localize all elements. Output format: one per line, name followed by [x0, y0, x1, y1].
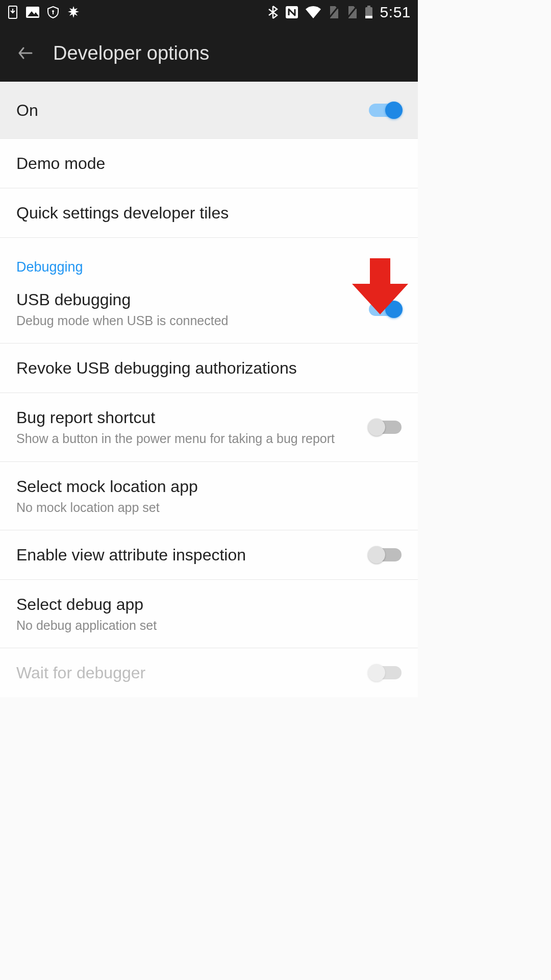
usb-debugging-row[interactable]: USB debugging Debug mode when USB is con…: [0, 275, 418, 344]
wait-for-debugger-switch: [369, 664, 402, 682]
svg-rect-10: [365, 16, 372, 18]
row-label: Demo mode: [16, 153, 402, 174]
svg-rect-8: [367, 6, 370, 7]
svg-point-3: [52, 10, 54, 12]
select-mock-location-row[interactable]: Select mock location app No mock locatio…: [0, 462, 418, 530]
app-bar: Developer options: [0, 24, 418, 82]
row-subtitle: No debug application set: [16, 618, 402, 633]
row-label: Quick settings developer tiles: [16, 203, 402, 223]
no-sim-icon-2: [346, 6, 358, 19]
row-label: Enable view attribute inspection: [16, 545, 369, 565]
image-notification-icon: [26, 6, 40, 18]
section-header-debugging: Debugging: [0, 238, 418, 275]
row-label: Bug report shortcut: [16, 407, 369, 428]
demo-mode-row[interactable]: Demo mode: [0, 139, 418, 188]
row-label: USB debugging: [16, 289, 369, 310]
row-subtitle: Debug mode when USB is connected: [16, 313, 369, 329]
status-bar-clock: 5:51: [380, 4, 411, 21]
quick-settings-tiles-row[interactable]: Quick settings developer tiles: [0, 188, 418, 238]
usb-debugging-switch[interactable]: [369, 300, 402, 318]
row-label: Select debug app: [16, 594, 402, 615]
page-title: Developer options: [53, 42, 209, 64]
status-bar: 5:51: [0, 0, 418, 24]
battery-icon: [365, 6, 373, 19]
master-switch-row[interactable]: On: [0, 82, 418, 139]
bluetooth-icon: [268, 5, 278, 19]
back-button[interactable]: [4, 24, 47, 82]
row-label: Revoke USB debugging authorizations: [16, 358, 402, 378]
wait-for-debugger-row: Wait for debugger: [0, 648, 418, 697]
row-label: Select mock location app: [16, 476, 402, 497]
shield-notification-icon: [47, 6, 59, 19]
download-notification-icon: [7, 6, 18, 19]
bug-report-shortcut-row[interactable]: Bug report shortcut Show a button in the…: [0, 393, 418, 461]
select-debug-app-row[interactable]: Select debug app No debug application se…: [0, 580, 418, 648]
view-attribute-inspection-switch[interactable]: [369, 546, 402, 564]
no-sim-icon-1: [328, 6, 339, 19]
master-switch-label: On: [16, 100, 369, 120]
leaf-notification-icon: [66, 5, 81, 19]
section-label: Debugging: [16, 259, 83, 275]
nfc-icon: [285, 6, 298, 19]
row-subtitle: Show a button in the power menu for taki…: [16, 431, 369, 447]
svg-rect-4: [53, 12, 54, 14]
master-switch[interactable]: [369, 101, 402, 119]
wifi-icon: [306, 6, 321, 18]
settings-list: On Demo mode Quick settings developer ti…: [0, 82, 418, 697]
row-subtitle: No mock location app set: [16, 500, 402, 516]
arrow-left-icon: [16, 44, 35, 62]
view-attribute-inspection-row[interactable]: Enable view attribute inspection: [0, 530, 418, 580]
bug-report-shortcut-switch[interactable]: [369, 418, 402, 436]
revoke-usb-row[interactable]: Revoke USB debugging authorizations: [0, 344, 418, 393]
row-label: Wait for debugger: [16, 663, 369, 683]
